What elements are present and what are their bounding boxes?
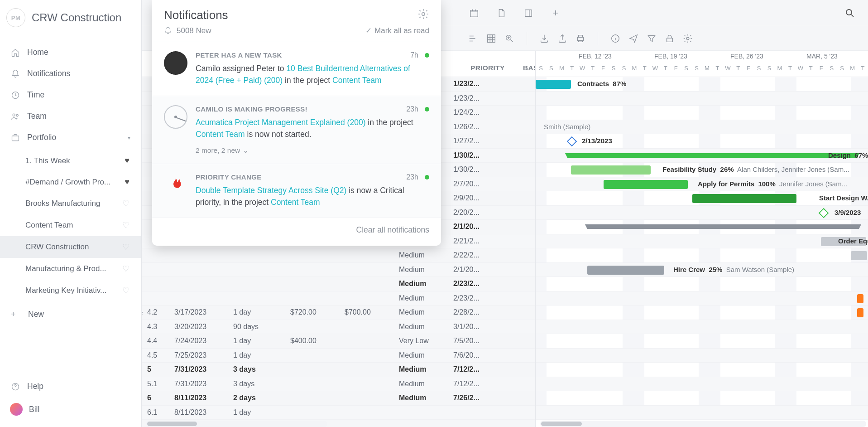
tool-lock[interactable]	[662, 31, 677, 46]
notification-item[interactable]: CAMILO IS MAKING PROGRESS! 23h Acumatica…	[152, 96, 441, 164]
tab-add[interactable]: +	[545, 2, 566, 24]
pm-logo[interactable]: PM	[6, 8, 25, 27]
notification-more[interactable]: 2 more, 2 new ⌄	[196, 146, 429, 155]
heart-icon[interactable]: ♡	[122, 220, 129, 230]
cell-duration: 3 days	[233, 380, 290, 388]
tool-gantt-view[interactable]	[466, 31, 480, 46]
nav-team[interactable]: Team	[0, 106, 141, 127]
tool-print[interactable]	[573, 31, 588, 46]
gantt-bar[interactable]	[692, 194, 796, 203]
gantt-row	[536, 291, 868, 306]
tab-calendar[interactable]	[463, 2, 485, 24]
notifications-settings[interactable]	[417, 8, 429, 22]
gantt-bar[interactable]	[604, 180, 688, 189]
notification-link[interactable]: Content Team	[271, 198, 320, 207]
clear-all-notifications[interactable]: Clear all notifications	[356, 225, 429, 234]
gantt-bar[interactable]	[857, 308, 863, 317]
table-row[interactable]: 4.5 7/25/2023 1 day Medium 7/6/20...	[142, 349, 535, 363]
nav-new[interactable]: + New	[0, 303, 141, 325]
mark-all-read[interactable]: ✓ Mark all as read	[365, 26, 429, 35]
table-row[interactable]: Medium 2/22/2...	[142, 248, 535, 263]
svg-rect-5	[470, 10, 478, 17]
tool-settings[interactable]	[681, 31, 695, 46]
gantt-row	[536, 306, 868, 320]
grid-hscroll[interactable]	[146, 421, 327, 427]
gantt-bar[interactable]	[536, 80, 571, 89]
bell-icon	[11, 69, 20, 78]
gantt-row	[536, 391, 868, 406]
col-priority[interactable]: PRIORITY	[465, 64, 519, 77]
notification-time: 23h	[406, 105, 418, 113]
heart-icon[interactable]: ♥	[125, 177, 129, 187]
gantt-bar[interactable]	[851, 251, 867, 260]
tool-send[interactable]	[626, 31, 641, 46]
portfolio-item[interactable]: CRW Construction ♡	[0, 236, 141, 258]
heart-icon[interactable]: ♡	[122, 199, 129, 209]
heart-icon[interactable]: ♡	[122, 264, 129, 274]
portfolio-item[interactable]: 1. This Week ♥	[0, 150, 141, 171]
portfolio-item[interactable]: Brooks Manufacturing ♡	[0, 193, 141, 214]
cell-priority: Medium	[399, 394, 453, 402]
tool-zoom[interactable]	[502, 31, 517, 46]
cell-baseline: 2/28/2...	[453, 308, 503, 316]
table-row[interactable]: te 4.2 3/17/2023 1 day $720.00 $700.00 M…	[142, 306, 535, 320]
heart-icon[interactable]: ♡	[122, 242, 129, 252]
portfolio-item[interactable]: Manufacturing & Prod... ♡	[0, 258, 141, 280]
svg-point-1	[13, 114, 15, 116]
notification-link[interactable]: Acumatica Project Management Explained (…	[196, 118, 365, 127]
notification-item[interactable]: PETER HAS A NEW TASK 7h Camilo assigned …	[152, 42, 441, 96]
tab-panel[interactable]	[518, 2, 539, 24]
notification-link[interactable]: Double Template Strategy Across Site (Q2…	[196, 186, 346, 195]
table-row[interactable]: Medium 2/1/20...	[142, 263, 535, 277]
notification-link[interactable]: Content Team	[196, 130, 245, 139]
gantt-body[interactable]: Contracts 87%Smith (Sample)2/13/2023Desi…	[536, 77, 868, 420]
tool-filter[interactable]	[644, 31, 659, 46]
export-icon	[557, 34, 567, 44]
portfolio-item[interactable]: Marketing Key Initiativ... ♡	[0, 280, 141, 301]
table-row[interactable]: Medium 2/23/2...	[142, 277, 535, 291]
search-button[interactable]	[840, 3, 860, 23]
nav-time[interactable]: Time	[0, 84, 141, 106]
table-row[interactable]: 4.3 3/20/2023 90 days Medium 3/1/20...	[142, 320, 535, 335]
gantt-label: Start Design W...	[819, 194, 868, 202]
table-row[interactable]: 5.1 7/31/2023 3 days Medium 7/12/2...	[142, 377, 535, 392]
heart-icon[interactable]: ♡	[122, 286, 129, 296]
gantt-summary[interactable]	[567, 153, 857, 158]
gantt-day-label: T	[567, 65, 577, 74]
tool-import[interactable]	[537, 31, 551, 46]
gantt-bar[interactable]	[571, 165, 651, 175]
gantt-row	[536, 334, 868, 349]
portfolio-item[interactable]: #Demand / Growth Pro... ♥	[0, 171, 141, 193]
tool-info[interactable]	[608, 31, 623, 46]
table-row[interactable]: 4.4 7/24/2023 1 day $400.00 Very Low 7/5…	[142, 334, 535, 349]
notification-item[interactable]: PRIORITY CHANGE 23h Double Template Stra…	[152, 164, 441, 218]
notifications-panel: Notifications 5008 New ✓ Mark all as rea…	[152, 0, 441, 246]
table-row[interactable]: Medium 2/23/2...	[142, 291, 535, 306]
tab-file[interactable]	[490, 2, 512, 24]
col-baseline[interactable]: BASEL...	[518, 64, 536, 77]
nav-help[interactable]: Help	[0, 376, 141, 397]
gantt-hscroll[interactable]	[540, 421, 866, 427]
gantt-bar[interactable]	[857, 294, 863, 303]
portfolio-item[interactable]: Content Team ♡	[0, 214, 141, 236]
nav-user[interactable]: Bill	[0, 397, 141, 422]
info-icon	[610, 34, 620, 44]
notification-link[interactable]: Content Team	[332, 76, 382, 85]
gantt-summary[interactable]	[587, 224, 859, 229]
table-row[interactable]: 6 8/11/2023 2 days Medium 7/26/2...	[142, 391, 535, 406]
gantt-label: Hire Crew 25% Sam Watson (Sample)	[673, 266, 794, 273]
nav-portfolio[interactable]: Portfolio ▾	[0, 127, 141, 148]
cell-baseline: 2/22/2...	[453, 251, 503, 259]
tool-export[interactable]	[555, 31, 570, 46]
portfolio-list: 1. This Week ♥#Demand / Growth Pro... ♥B…	[0, 148, 141, 303]
heart-icon[interactable]: ♥	[125, 156, 129, 165]
table-row[interactable]: 5 7/31/2023 3 days Medium 7/12/2...	[142, 363, 535, 377]
tool-grid-view[interactable]	[484, 31, 499, 46]
table-row[interactable]: 6.1 8/11/2023 1 day	[142, 406, 535, 420]
gantt-day-label: S	[754, 65, 764, 74]
nav-notifications[interactable]: Notifications	[0, 63, 141, 84]
gantt-bar[interactable]	[587, 266, 664, 275]
nav-home[interactable]: Home	[0, 42, 141, 63]
portfolio-item-label: #Demand / Growth Pro...	[25, 178, 110, 187]
portfolio-item-label: CRW Construction	[25, 243, 89, 252]
